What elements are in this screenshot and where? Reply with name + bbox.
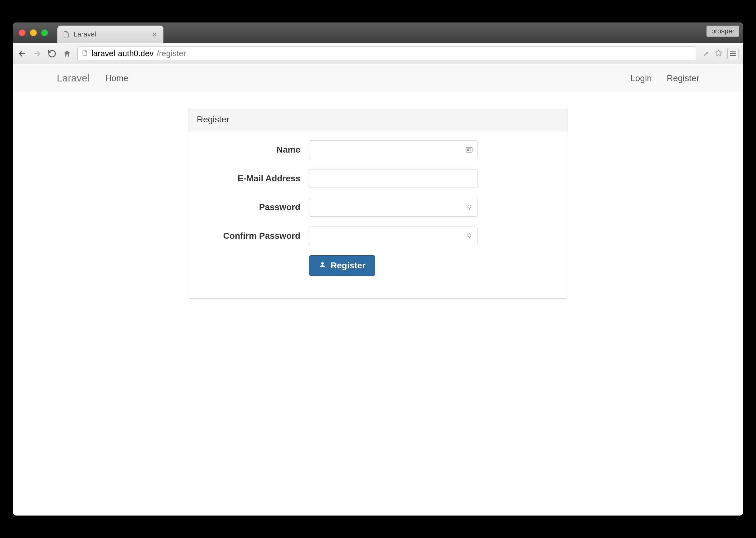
user-icon	[319, 261, 326, 271]
key-icon[interactable]	[702, 49, 710, 58]
svg-rect-0	[466, 147, 472, 152]
nav-register-link[interactable]: Register	[667, 73, 699, 83]
svg-point-1	[467, 149, 469, 150]
svg-point-2	[468, 205, 471, 208]
confirm-password-label: Confirm Password	[197, 231, 309, 241]
contact-card-icon	[465, 146, 473, 154]
user-profile-badge[interactable]: prosper	[706, 26, 739, 37]
tab-close-icon[interactable]: ×	[153, 30, 157, 38]
nav-home-link[interactable]: Home	[105, 73, 128, 83]
bookmark-star-icon[interactable]	[714, 49, 723, 59]
window-minimize-button[interactable]	[30, 29, 37, 36]
back-button[interactable]	[18, 49, 27, 58]
reload-button[interactable]	[47, 49, 57, 58]
confirm-password-input[interactable]	[309, 227, 478, 245]
traffic-lights	[19, 29, 48, 36]
app-navbar: Laravel Home Login Register	[13, 64, 743, 92]
email-label: E-Mail Address	[197, 174, 309, 184]
page-viewport: Laravel Home Login Register Register Nam…	[13, 64, 743, 515]
browser-tab-strip: Laravel × prosper	[13, 23, 743, 43]
home-button[interactable]	[62, 49, 72, 58]
name-input[interactable]	[309, 140, 478, 159]
panel-title: Register	[188, 108, 568, 131]
nav-login-link[interactable]: Login	[630, 73, 652, 83]
key-icon	[466, 232, 473, 240]
brand[interactable]: Laravel	[57, 73, 89, 84]
address-path: /register	[157, 49, 186, 58]
browser-tab[interactable]: Laravel ×	[57, 26, 164, 43]
menu-button[interactable]	[727, 48, 738, 59]
file-icon	[81, 49, 88, 58]
tab-title: Laravel	[73, 30, 96, 38]
key-icon	[466, 203, 473, 211]
browser-toolbar: laravel-auth0.dev/register	[13, 43, 743, 64]
password-label: Password	[197, 202, 309, 212]
file-icon	[62, 30, 70, 38]
email-input[interactable]	[309, 169, 478, 188]
forward-button[interactable]	[32, 49, 42, 58]
toolbar-right-icons	[702, 48, 738, 59]
register-button[interactable]: Register	[309, 255, 375, 276]
password-input[interactable]	[309, 198, 478, 217]
register-button-label: Register	[331, 261, 365, 271]
window-maximize-button[interactable]	[41, 29, 48, 36]
name-label: Name	[197, 145, 309, 155]
address-bar[interactable]: laravel-auth0.dev/register	[77, 46, 696, 61]
register-panel: Register Name E-Mail Address	[188, 108, 568, 298]
address-host: laravel-auth0.dev	[91, 49, 154, 58]
browser-window: Laravel × prosper laravel-auth0.dev/regi…	[13, 23, 743, 515]
window-close-button[interactable]	[19, 29, 25, 36]
svg-point-3	[468, 234, 471, 237]
